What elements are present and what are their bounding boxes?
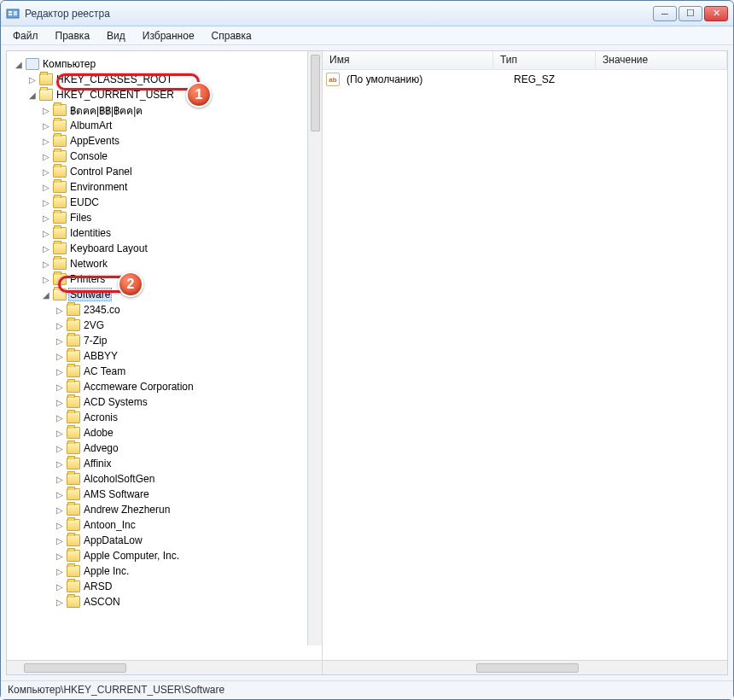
tree-item[interactable]: ▷AppEvents <box>41 133 306 149</box>
tree-root-computer[interactable]: ◢ Компьютер <box>14 56 306 72</box>
maximize-button[interactable]: ☐ <box>679 6 702 21</box>
tree-item[interactable]: ▷Control Panel <box>41 164 306 179</box>
tree-label: Accmeware Corporation <box>82 381 195 393</box>
expand-icon[interactable]: ▷ <box>55 551 65 561</box>
tree-item[interactable]: ▷7-Zip <box>55 333 306 348</box>
column-value[interactable]: Значение <box>596 51 727 69</box>
collapse-icon[interactable]: ◢ <box>41 289 51 300</box>
tree-item[interactable]: ▷Acronis <box>55 410 306 425</box>
expand-icon[interactable]: ▷ <box>55 505 65 515</box>
titlebar[interactable]: Редактор реестра ─ ☐ ✕ <box>1 1 733 26</box>
tree-item[interactable]: ▷Andrew Zhezherun <box>55 502 306 517</box>
tree-label: ACD Systems <box>82 396 149 408</box>
expand-icon[interactable]: ▷ <box>55 474 65 484</box>
expand-icon[interactable]: ▷ <box>55 320 65 330</box>
expand-icon[interactable]: ▷ <box>55 397 65 407</box>
tree-item[interactable]: ▷AC Team <box>55 364 306 379</box>
tree-item[interactable]: ▷Antoon_Inc <box>55 517 306 533</box>
tree-item[interactable]: ▷2VG <box>55 318 306 333</box>
tree-item-hkcu[interactable]: ◢ HKEY_CURRENT_USER <box>27 87 306 102</box>
tree-horizontal-scrollbar[interactable] <box>7 660 322 674</box>
expand-icon[interactable]: ▷ <box>55 597 65 607</box>
expand-icon[interactable]: ▷ <box>55 305 65 315</box>
values-list[interactable]: ab (По умолчанию) REG_SZ <box>323 70 727 660</box>
expand-icon[interactable]: ▷ <box>55 335 65 346</box>
expand-icon[interactable]: ▷ <box>55 443 65 453</box>
tree-item[interactable]: ▷ASCON <box>55 594 306 610</box>
tree-item[interactable]: ▷Accmeware Corporation <box>55 379 306 394</box>
expand-icon[interactable]: ▷ <box>41 151 51 161</box>
tree-item[interactable]: ▷Printers <box>41 271 306 287</box>
expand-icon[interactable]: ▷ <box>41 166 51 177</box>
tree-item[interactable]: ▷ACD Systems <box>55 394 306 410</box>
collapse-icon[interactable]: ◢ <box>27 90 38 100</box>
tree-item[interactable]: ▷ABBYY <box>55 348 306 364</box>
tree-label: 2345.co <box>82 304 122 316</box>
scrollbar-thumb[interactable] <box>311 55 320 131</box>
menu-favorites[interactable]: Избранное <box>136 28 201 44</box>
value-row[interactable]: ab (По умолчанию) REG_SZ <box>326 72 724 87</box>
tree-item[interactable]: ▷Network <box>41 256 306 271</box>
tree-item[interactable]: ▷AppDataLow <box>55 533 306 548</box>
tree-vertical-scrollbar[interactable] <box>307 51 322 645</box>
expand-icon[interactable]: ▷ <box>41 105 51 115</box>
tree-item[interactable]: ◢Software <box>41 287 306 302</box>
tree-item[interactable]: ▷Console <box>41 149 306 164</box>
folder-icon <box>67 365 80 377</box>
menu-view[interactable]: Вид <box>100 28 132 44</box>
tree-item[interactable]: ▷Identities <box>41 225 306 241</box>
tree-item[interactable]: ▷EUDC <box>41 195 306 210</box>
expand-icon[interactable]: ▷ <box>41 120 51 131</box>
tree-item[interactable]: ▷Apple Computer, Inc. <box>55 548 306 563</box>
close-button[interactable]: ✕ <box>704 6 728 21</box>
expand-icon[interactable]: ▷ <box>41 228 51 238</box>
tree-item[interactable]: ▷Apple Inc. <box>55 563 306 579</box>
expand-icon[interactable]: ▷ <box>41 243 51 254</box>
tree-item[interactable]: ▷2345.co <box>55 302 306 318</box>
values-horizontal-scrollbar[interactable] <box>323 660 727 674</box>
tree-item[interactable]: ▷Affinix <box>55 456 306 471</box>
expand-icon[interactable]: ▷ <box>41 213 51 223</box>
minimize-button[interactable]: ─ <box>653 6 677 21</box>
menu-edit[interactable]: Правка <box>49 28 97 44</box>
scrollbar-thumb[interactable] <box>476 663 579 673</box>
tree-item[interactable]: ▷฿ดฅค|฿฿|฿ฅค|ฅ <box>41 102 306 118</box>
expand-icon[interactable]: ▷ <box>55 581 65 592</box>
menu-file[interactable]: Файл <box>6 28 45 44</box>
expand-icon[interactable]: ▷ <box>55 489 65 499</box>
tree-item[interactable]: ▷Files <box>41 210 306 225</box>
tree-item[interactable]: ▷AlcoholSoftGen <box>55 471 306 487</box>
tree-label: Network <box>68 258 109 270</box>
column-type[interactable]: Тип <box>493 51 596 69</box>
tree-item[interactable]: ▷Environment <box>41 179 306 195</box>
expand-icon[interactable]: ▷ <box>55 428 65 438</box>
tree-item[interactable]: ▷AMS Software <box>55 487 306 502</box>
expand-icon[interactable]: ▷ <box>41 182 51 192</box>
expand-icon[interactable]: ▷ <box>55 535 65 545</box>
folder-icon <box>67 350 80 362</box>
expand-icon[interactable]: ▷ <box>41 197 51 207</box>
expand-icon[interactable]: ▷ <box>55 366 65 376</box>
tree-label: AppDataLow <box>82 534 144 546</box>
tree-item[interactable]: ▷Advego <box>55 440 306 456</box>
expand-icon[interactable]: ▷ <box>41 259 51 269</box>
expand-icon[interactable]: ▷ <box>41 136 51 146</box>
expand-icon[interactable]: ▷ <box>55 382 65 392</box>
column-name[interactable]: Имя <box>323 51 493 69</box>
expand-icon[interactable]: ▷ <box>55 566 65 576</box>
registry-tree[interactable]: ◢ Компьютер ▷ HKEY_CLASSES_ROOT <box>7 51 322 660</box>
expand-icon[interactable]: ▷ <box>55 351 65 361</box>
expand-icon[interactable]: ▷ <box>41 274 51 284</box>
tree-item[interactable]: ▷Adobe <box>55 425 306 440</box>
tree-item[interactable]: ▷ARSD <box>55 579 306 594</box>
tree-item-hkcr[interactable]: ▷ HKEY_CLASSES_ROOT <box>27 72 306 87</box>
scrollbar-thumb[interactable] <box>24 663 126 673</box>
expand-icon[interactable]: ▷ <box>55 412 65 423</box>
tree-item[interactable]: ▷AlbumArt <box>41 118 306 133</box>
collapse-icon[interactable]: ◢ <box>14 59 24 69</box>
expand-icon[interactable]: ▷ <box>55 458 65 469</box>
expand-icon[interactable]: ▷ <box>55 520 65 530</box>
expand-icon[interactable]: ▷ <box>27 74 38 85</box>
menu-help[interactable]: Справка <box>205 28 259 44</box>
tree-item[interactable]: ▷Keyboard Layout <box>41 241 306 256</box>
